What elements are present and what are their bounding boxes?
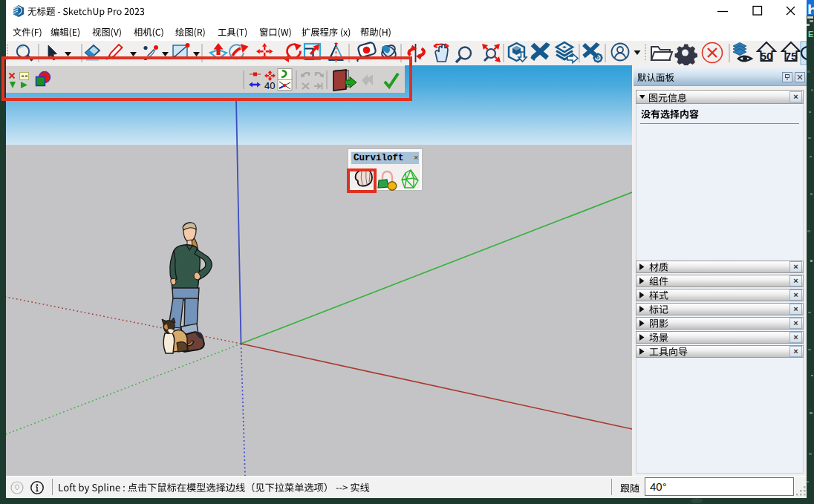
svg-text:50: 50 <box>760 50 772 62</box>
svg-text:75: 75 <box>784 50 798 62</box>
